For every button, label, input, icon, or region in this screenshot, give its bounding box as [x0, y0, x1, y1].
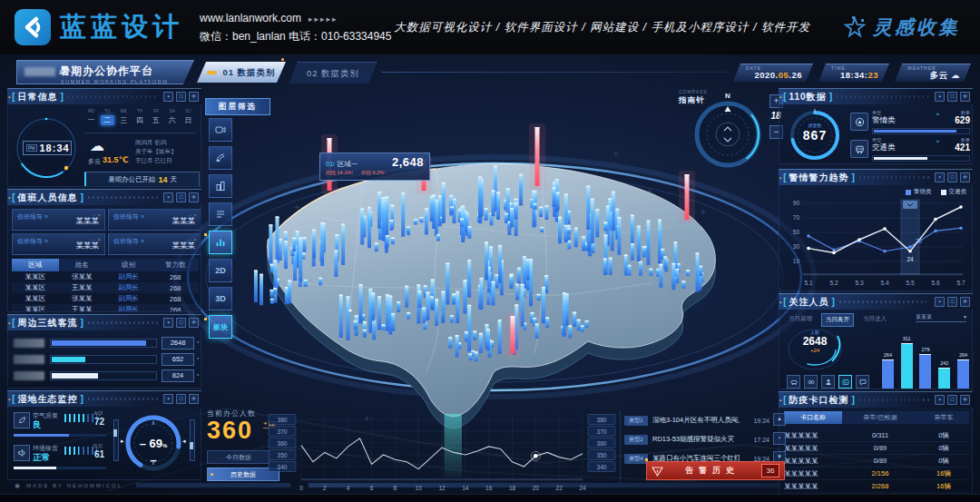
column-level[interactable]: 级别	[105, 261, 152, 270]
tab-data-category-2[interactable]: 02 数据类别	[289, 62, 377, 84]
layer-list-button[interactable]	[209, 202, 232, 226]
minimize-icon[interactable]: ▪	[935, 395, 945, 405]
id-card-icon[interactable]	[838, 375, 852, 389]
table-row: 某某区张某某副局长268	[12, 271, 199, 282]
expand-icon[interactable]: ✛	[189, 192, 199, 202]
minimize-icon[interactable]: ▪	[935, 172, 945, 182]
summer-office-banner: 暑期办公已开始14天	[84, 172, 200, 187]
duty-leader-card[interactable]: 值班领导 »⋯ ×某某某	[108, 209, 201, 231]
duty-leader-card[interactable]: 值班领导 »⋯ ×某某某	[12, 209, 105, 231]
blurred-logo	[24, 67, 55, 76]
active-weekday[interactable]: TU二	[101, 109, 114, 125]
vehicle-icon[interactable]	[787, 375, 800, 389]
copy-icon[interactable]: □	[947, 172, 957, 182]
minimize-icon[interactable]: ▪	[163, 192, 173, 202]
speaker-icon	[14, 445, 30, 461]
category-dropdown[interactable]: 某某某▾	[916, 313, 966, 322]
scroll-up-icon[interactable]: ▲	[773, 413, 786, 426]
layer-building-button[interactable]	[209, 174, 232, 198]
checkpoint-row: 某某某某某0/890辆	[784, 455, 969, 468]
expand-icon[interactable]: ✛	[189, 92, 199, 102]
minimize-icon[interactable]: ▪	[935, 92, 945, 102]
svg-text:5.2: 5.2	[829, 280, 838, 286]
layer-camera-button[interactable]	[209, 118, 232, 142]
alert-item[interactable]: 类型2RD13-53烟感报警疑似火灾17:24	[624, 432, 769, 447]
flow-bar-row: 2648*	[14, 338, 199, 349]
svg-text:5.3: 5.3	[855, 280, 863, 286]
column-count[interactable]: 警力数	[152, 261, 200, 270]
chat-icon[interactable]	[856, 375, 869, 389]
column-checkpoint-name[interactable]: 卡口名称	[784, 411, 842, 424]
lanlan-logo-icon	[15, 9, 51, 45]
layer-chart-button[interactable]	[209, 231, 232, 254]
svg-text:370: 370	[597, 428, 607, 435]
minimize-icon[interactable]: ▪	[935, 297, 945, 307]
tab-data-category-1[interactable]: 01 数据类别	[197, 62, 286, 83]
panel-focus-personnel: ▪[关注人员] ▪□✛ 当日新增 当日离开 当日进入 人数 2648 +24	[779, 293, 973, 389]
svg-text:10: 10	[416, 485, 423, 491]
copy-icon[interactable]: □	[176, 318, 186, 328]
credit-note: ◉MADE BY NEHOMMICOL	[15, 482, 122, 489]
duty-leader-card[interactable]: 值班领导 »⋯ ×某某某	[108, 233, 201, 255]
expand-icon[interactable]: ✛	[189, 394, 199, 404]
svg-text:24: 24	[579, 485, 586, 491]
expand-icon[interactable]: ✛	[189, 318, 199, 328]
column-name[interactable]: 姓名	[59, 261, 106, 270]
gauge-slider-right[interactable]	[190, 419, 195, 461]
weekday-row: MO一 TU二 WE三 TH四 FR五 SA六 SU日	[84, 109, 195, 125]
svg-text:5.6: 5.6	[931, 280, 939, 286]
bus-icon	[850, 140, 868, 158]
expand-icon[interactable]: ✛	[960, 172, 970, 182]
handcuff-icon[interactable]	[804, 375, 818, 389]
panel-eco-monitoring: ▪[湿地生态监控] ▪□✛ 空气质量 良 AQI 72 环境噪音 正常 分贝 6…	[7, 390, 201, 480]
copy-icon[interactable]: □	[947, 297, 957, 307]
gauge-slider-left[interactable]	[113, 419, 119, 461]
copy-icon[interactable]: □	[176, 192, 186, 202]
expand-icon[interactable]: ✛	[960, 297, 970, 307]
minimize-icon[interactable]: ▪	[163, 318, 173, 328]
alert-history-button[interactable]: 告警历史 36	[646, 461, 785, 480]
weather-text: 多云	[88, 157, 101, 166]
copy-icon[interactable]: □	[947, 92, 957, 102]
svg-text:350: 350	[597, 452, 607, 458]
time-value: 18:34:23	[831, 70, 878, 80]
svg-text:30: 30	[793, 243, 800, 250]
expand-icon[interactable]: ✛	[960, 395, 970, 405]
minimize-icon[interactable]: ▪	[163, 394, 173, 404]
column-area[interactable]: 区域	[12, 259, 59, 271]
svg-text:5.7: 5.7	[956, 280, 965, 286]
alert-item[interactable]: 类型1湿地3-104片区有不明人员闯入19:24	[624, 413, 769, 428]
air-status: 良	[33, 419, 42, 431]
svg-text:22: 22	[556, 485, 564, 491]
inspiration-collection[interactable]: 灵感收集	[843, 15, 960, 40]
copy-icon[interactable]: □	[176, 394, 186, 404]
minimize-icon[interactable]: ▪	[163, 92, 173, 102]
ampm-label: PM	[26, 144, 37, 152]
column-detected[interactable]: 异常/已检测	[842, 411, 918, 424]
panel-daily-info: ▪[日常信息] ▪□✛ PM 18:34 MO一 TU二 WE三	[7, 88, 201, 187]
noise-value: 61	[94, 449, 104, 459]
svg-text:20: 20	[533, 485, 540, 491]
today-data-button[interactable]: 今日数据	[207, 450, 270, 464]
svg-text:8: 8	[394, 485, 397, 491]
svg-text:5.1: 5.1	[804, 280, 812, 286]
scroll-dot-icon[interactable]: •	[773, 432, 786, 445]
expand-icon[interactable]: ✛	[960, 92, 970, 102]
focus-count: 2648	[789, 335, 841, 348]
copy-icon[interactable]: □	[176, 92, 186, 102]
layer-3d-button[interactable]: 3D	[209, 287, 232, 310]
column-abnormal-cars[interactable]: 异常车	[918, 411, 969, 424]
copy-icon[interactable]: □	[947, 395, 957, 405]
layer-radar-button[interactable]	[209, 146, 232, 170]
alert-count-badge: 36	[761, 464, 779, 477]
layer-area-button[interactable]: 板块	[209, 315, 232, 339]
duty-leader-card[interactable]: 值班领导 »⋯ ×某某某	[12, 233, 105, 255]
panel-title: 日常信息	[17, 91, 57, 103]
svg-text:5.4: 5.4	[880, 280, 888, 286]
person-icon[interactable]	[821, 375, 835, 389]
svg-text:0: 0	[299, 485, 303, 491]
cloud-icon: ☁	[951, 70, 960, 80]
svg-text:360: 360	[278, 440, 288, 447]
layer-2d-button[interactable]: 2D	[209, 259, 232, 282]
date-value: 2020.05.26	[746, 70, 802, 80]
